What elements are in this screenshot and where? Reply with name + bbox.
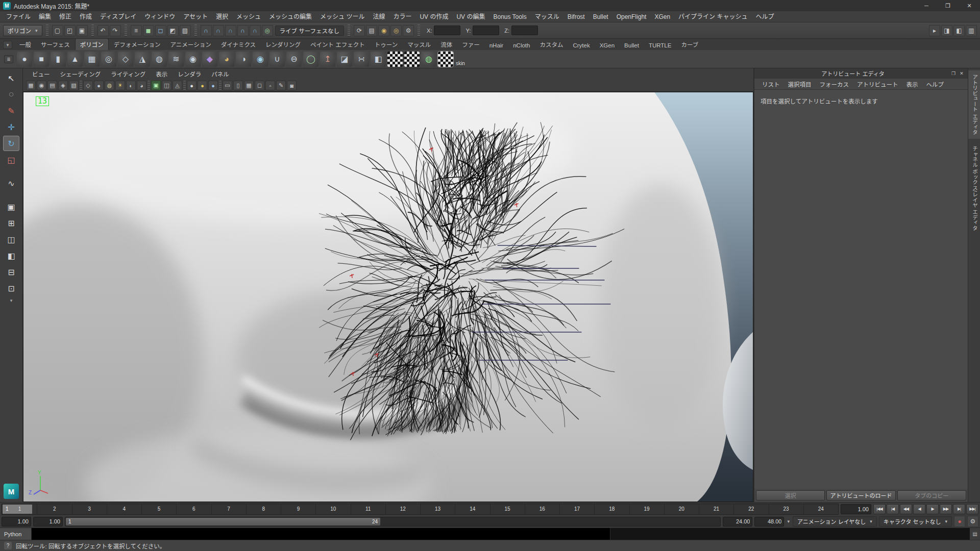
select-object-icon[interactable]: ◼ xyxy=(143,25,154,36)
menu-item[interactable]: 作成 xyxy=(76,11,96,22)
snapshot-icon[interactable]: ◙ xyxy=(287,81,297,90)
panel-menu-item[interactable]: 表示 xyxy=(151,70,173,78)
mirror-geometry-icon[interactable]: ◑ xyxy=(236,52,251,67)
section-collapse-grip[interactable] xyxy=(91,24,94,37)
move-tool[interactable]: ✛ xyxy=(3,119,19,135)
script-editor-icon[interactable]: ▤ xyxy=(970,528,980,540)
menu-item[interactable]: ディスプレイ xyxy=(96,11,140,22)
open-scene-icon[interactable]: ◰ xyxy=(64,25,76,36)
shaded-mode-icon[interactable]: ● xyxy=(94,81,104,90)
isolate-select-icon[interactable]: ▣ xyxy=(151,81,161,90)
toolbar-divider[interactable] xyxy=(219,81,222,90)
image-plane-icon[interactable]: ▧ xyxy=(69,81,79,90)
shelf-tab[interactable]: カスタム xyxy=(535,39,568,50)
menu-item[interactable]: Bifrost xyxy=(564,11,589,22)
wire-on-shaded-icon[interactable]: ● xyxy=(208,81,218,90)
boolean-difference-icon[interactable]: ⊖ xyxy=(286,52,302,67)
attribute-editor-menu-item[interactable]: リスト xyxy=(758,80,783,88)
x-coordinate-input[interactable] xyxy=(434,26,460,35)
wireframe-mode-icon[interactable]: ◇ xyxy=(83,81,93,90)
animation-start-field[interactable] xyxy=(2,517,31,527)
go-to-start-button[interactable]: |◀◀ xyxy=(873,504,886,514)
shelf-tab[interactable]: ペイント エフェクト xyxy=(306,39,370,50)
shelf-tab[interactable]: ファー xyxy=(457,39,484,50)
shelf-tab[interactable]: デフォメーション xyxy=(109,39,165,50)
default-material-icon[interactable]: ● xyxy=(187,81,197,90)
command-line-language-label[interactable]: Python xyxy=(0,528,32,540)
close-button[interactable]: ✕ xyxy=(959,0,980,11)
textured-ball-icon[interactable]: ● xyxy=(198,81,207,90)
step-back-key-button[interactable]: ◀◀ xyxy=(900,504,912,514)
poly-cylinder-icon[interactable]: ▮ xyxy=(51,52,66,67)
menu-item[interactable]: パイプライン キャッシュ xyxy=(674,11,751,22)
boolean-union-icon[interactable]: ∪ xyxy=(270,52,285,67)
minimize-button[interactable]: ─ xyxy=(916,0,937,11)
snap-point-icon[interactable]: ∩ xyxy=(225,25,236,36)
shelf-tab[interactable]: TURTLE xyxy=(644,41,676,50)
time-slider[interactable]: 1 12345678910111213141516171819202122232… xyxy=(2,504,839,515)
bridge-icon[interactable]: ∺ xyxy=(354,52,369,67)
shelf-tab[interactable]: XGen xyxy=(595,41,619,50)
section-collapse-grip[interactable] xyxy=(125,24,127,37)
playback-start-field[interactable] xyxy=(33,517,63,527)
xray-icon[interactable]: ◫ xyxy=(162,81,172,90)
ipr-render-icon[interactable]: ◎ xyxy=(390,25,402,36)
section-collapse-grip[interactable] xyxy=(418,24,420,37)
range-slider[interactable]: 1 24 xyxy=(65,517,721,527)
select-tool[interactable]: ↖ xyxy=(3,70,19,86)
poly-cone-icon[interactable]: ▲ xyxy=(67,52,83,67)
menu-item[interactable]: 修正 xyxy=(55,11,76,22)
textured-mode-icon[interactable]: ◍ xyxy=(105,81,114,90)
anim-layer-selector[interactable]: アニメーション レイヤなし ▾ xyxy=(793,516,877,527)
y-coordinate-input[interactable] xyxy=(473,26,499,35)
shelf-menu-icon[interactable]: ≣ xyxy=(4,55,13,63)
save-scene-icon[interactable]: ▣ xyxy=(77,25,88,36)
select-asset-icon[interactable]: ◩ xyxy=(167,25,179,36)
panel-menu-item[interactable]: レンダラ xyxy=(173,70,206,78)
section-collapse-grip[interactable] xyxy=(348,24,350,37)
select-hierarchy-icon[interactable]: ≡ xyxy=(131,25,142,36)
menu-item[interactable]: カラー xyxy=(389,11,415,22)
chevron-down-icon[interactable]: ▾ xyxy=(786,519,791,524)
wireframe-sphere-icon[interactable]: ◍ xyxy=(421,52,436,67)
layout-two-pane-side[interactable]: ◫ xyxy=(3,232,19,247)
shelf-tab[interactable]: ポリゴン xyxy=(75,38,109,50)
snap-curve-icon[interactable]: ∩ xyxy=(213,25,224,36)
menu-item[interactable]: メッシュの編集 xyxy=(265,11,316,22)
panel-menu-item[interactable]: ライティング xyxy=(106,70,151,78)
poly-cube-icon[interactable]: ■ xyxy=(34,52,49,67)
sculpt-tool-icon[interactable]: ◕ xyxy=(219,52,234,67)
layout-persp-graph[interactable]: ⊡ xyxy=(3,281,19,296)
select-button[interactable]: 選択 xyxy=(756,490,825,500)
bookmarks-icon[interactable]: ◈ xyxy=(58,81,68,90)
shelf-tab[interactable]: nHair xyxy=(485,41,508,50)
redo-icon[interactable]: ↷ xyxy=(110,25,121,36)
play-forward-button[interactable]: ▶ xyxy=(926,504,939,514)
shelf-tab[interactable]: マッスル xyxy=(403,39,435,50)
field-chart-icon[interactable]: ▦ xyxy=(244,81,254,90)
menu-item[interactable]: アセット xyxy=(179,11,212,22)
menu-item[interactable]: ヘルプ xyxy=(751,11,778,22)
toolbar-divider[interactable] xyxy=(80,81,82,90)
shelf-tab[interactable]: カーブ xyxy=(676,39,703,50)
menu-item[interactable]: UV の作成 xyxy=(415,11,452,22)
safe-title-icon[interactable]: ▫ xyxy=(265,81,275,90)
panel-menu-item[interactable]: パネル xyxy=(206,70,234,78)
menu-item[interactable]: Bullet xyxy=(589,11,612,22)
paint-select-tool[interactable]: ✎ xyxy=(3,103,19,118)
toggle-modeling-toolkit-icon[interactable]: ▸ xyxy=(929,25,940,36)
attribute-editor-menu-item[interactable]: ヘルプ xyxy=(923,80,948,88)
viewport-canvas[interactable]: 13 Y Z xyxy=(23,92,753,502)
bevel-icon[interactable]: ◪ xyxy=(337,52,352,67)
new-scene-icon[interactable]: ▢ xyxy=(52,25,63,36)
snap-projected-icon[interactable]: ∩ xyxy=(237,25,249,36)
shelf-tab[interactable]: トゥーン xyxy=(370,39,402,50)
shelf-tab-menu-icon[interactable]: ▾ xyxy=(3,41,12,49)
float-panel-icon[interactable]: ❐ xyxy=(949,70,958,77)
side-tab-attribute-editor[interactable]: アトリビュート エディタ xyxy=(968,70,980,139)
step-back-frame-button[interactable]: |◀ xyxy=(887,504,899,514)
animation-preferences-icon[interactable]: ⚙ xyxy=(967,516,978,527)
toolbar-divider[interactable] xyxy=(183,81,186,90)
poly-prism-icon[interactable]: ◇ xyxy=(118,52,133,67)
render-settings-icon[interactable]: ⚙ xyxy=(403,25,414,36)
